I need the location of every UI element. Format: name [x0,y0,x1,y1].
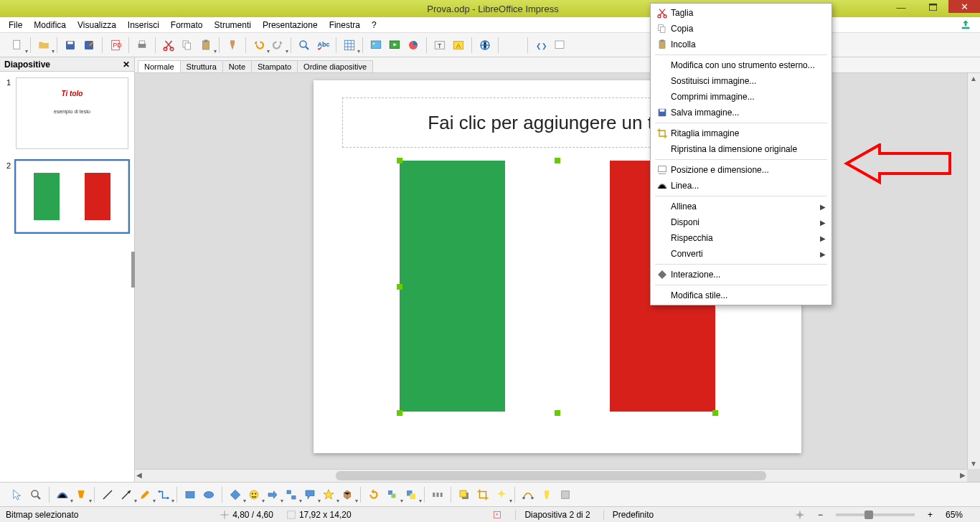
callout-shapes[interactable]: ▾ [301,486,319,503]
filter-button[interactable]: ▾ [493,486,510,503]
ellipse-tool[interactable] [200,486,217,503]
symbol-shapes[interactable]: ▾ [245,486,263,503]
ctx-crop-image[interactable]: Ritaglia immagine [651,125,831,141]
slide-thumb-1[interactable]: 1 Ti tolo esempio di testo [16,77,128,149]
ctx-convert[interactable]: Converti▶ [651,246,831,262]
menu-insert[interactable]: Inserisci [123,19,164,32]
points-button[interactable] [519,486,537,503]
menu-window[interactable]: Finestra [325,19,364,32]
media-button[interactable] [386,37,403,54]
ctx-position-dimension[interactable]: Posizione e dimensione... [651,162,831,178]
pencil-tool[interactable]: ▾ [136,486,154,503]
ctx-cut[interactable]: Taglia [651,5,831,21]
handle-tm[interactable] [555,158,560,163]
horizontal-scrollbar[interactable] [135,469,967,482]
handle-br[interactable] [712,410,718,416]
gluepoint-button[interactable] [538,486,555,503]
save-button[interactable] [62,37,79,54]
connector-tool[interactable]: ▾ [155,486,172,503]
slide-from-outline-button[interactable] [551,37,568,54]
ctx-arrange[interactable]: Disponi▶ [651,214,831,230]
rotate-button[interactable] [365,486,382,503]
3d-shapes[interactable]: ▾ [339,486,356,503]
save-as-button[interactable] [80,37,98,54]
tab-outline[interactable]: Struttura [180,60,223,72]
arrange-button[interactable]: ▾ [402,486,420,503]
ctx-compress-image[interactable]: Comprimi immagine... [651,89,831,105]
block-arrows[interactable]: ▾ [264,486,281,503]
status-unsaved-icon[interactable]: * [492,510,502,520]
rect-tool[interactable] [182,486,199,503]
table-button[interactable]: ▾ [341,37,358,54]
tab-normal[interactable]: Normale [138,60,181,72]
zoom-fit-button[interactable] [795,510,805,520]
handle-bm[interactable] [555,410,560,416]
ctx-interaction[interactable]: Interazione... [651,267,831,283]
menu-presentation[interactable]: Presentazione [258,19,322,32]
undo-button[interactable]: ▾ [250,37,268,54]
image-button[interactable] [367,37,385,54]
handle-tl[interactable] [397,158,402,163]
line-color-button[interactable]: ▾ [54,486,71,503]
menu-file[interactable]: File [4,19,27,32]
maximize-button[interactable]: 🗖 [917,0,948,14]
shadow-button[interactable] [456,486,473,503]
menu-tools[interactable]: Strumenti [210,19,255,32]
menu-format[interactable]: Formato [166,19,207,32]
find-button[interactable] [296,37,313,54]
copy-button[interactable] [179,37,196,54]
ctx-line[interactable]: Linea... [651,178,831,194]
ctx-edit-style[interactable]: Modifica stile... [651,288,831,303]
arrow-tool[interactable]: ▾ [118,486,135,503]
zoom-slider[interactable] [836,513,915,516]
extrude-button[interactable] [557,486,574,503]
ctx-save-image[interactable]: Salva immagine... [651,105,831,120]
crop-button[interactable] [474,486,491,503]
tab-sorter[interactable]: Ordine diapositive [297,60,373,72]
menu-help[interactable]: ? [367,19,381,32]
ctx-copy[interactable]: Copia [651,21,831,37]
fontwork-button[interactable]: A [450,37,467,54]
textbox-button[interactable]: T [431,37,448,54]
tag-open-button[interactable]: ❮❯ [532,37,550,54]
status-layout[interactable]: Predefinito [603,510,654,520]
distribute-button[interactable] [429,486,446,503]
close-button[interactable]: ✕ [948,0,980,13]
open-button[interactable]: ▾ [35,37,52,54]
redo-button[interactable]: ▾ [269,37,286,54]
zoom-in-button[interactable]: + [928,510,933,520]
menu-edit[interactable]: Modifica [29,19,70,32]
tab-notes[interactable]: Note [222,60,252,72]
line-tool[interactable] [99,486,116,503]
spellcheck-button[interactable]: Abc [314,37,331,54]
slide-panel-close-icon[interactable]: ✕ [123,60,130,70]
slide-thumb-2[interactable]: 2 [16,161,128,232]
canvas[interactable]: Fai clic per aggiungere un titolo [135,73,980,482]
ctx-mirror[interactable]: Rispecchia▶ [651,230,831,246]
new-button[interactable]: ▾ [9,37,26,54]
ctx-align[interactable]: Allinea▶ [651,199,831,214]
vertical-scrollbar[interactable] [967,73,980,469]
flowchart-shapes[interactable]: ▾ [283,486,300,503]
align-button[interactable]: ▾ [384,486,401,503]
ctx-reset-original[interactable]: Ripristina la dimensione originale [651,141,831,157]
star-shapes[interactable]: ▾ [320,486,337,503]
format-paint-button[interactable] [224,37,241,54]
zoom-percent[interactable]: 65% [946,510,974,520]
chart-button[interactable] [405,37,422,54]
handle-bl[interactable] [397,410,402,416]
paste-button[interactable]: ▾ [197,37,215,54]
ctx-paste[interactable]: Incolla [651,37,831,52]
tab-handout[interactable]: Stampato [251,60,298,72]
zoom-button[interactable] [27,486,44,503]
cut-button[interactable] [160,37,177,54]
fill-color-button[interactable]: ▾ [72,486,90,503]
ctx-edit-external[interactable]: Modifica con uno strumento esterno... [651,57,831,73]
zoom-out-button[interactable]: − [818,510,823,520]
update-icon[interactable] [956,19,976,31]
menu-view[interactable]: Visualizza [73,19,121,32]
pdf-export-button[interactable]: PDF [107,37,124,54]
print-button[interactable] [133,37,151,54]
pointer-button[interactable] [9,486,26,503]
ctx-replace-image[interactable]: Sostituisci immagine... [651,73,831,89]
